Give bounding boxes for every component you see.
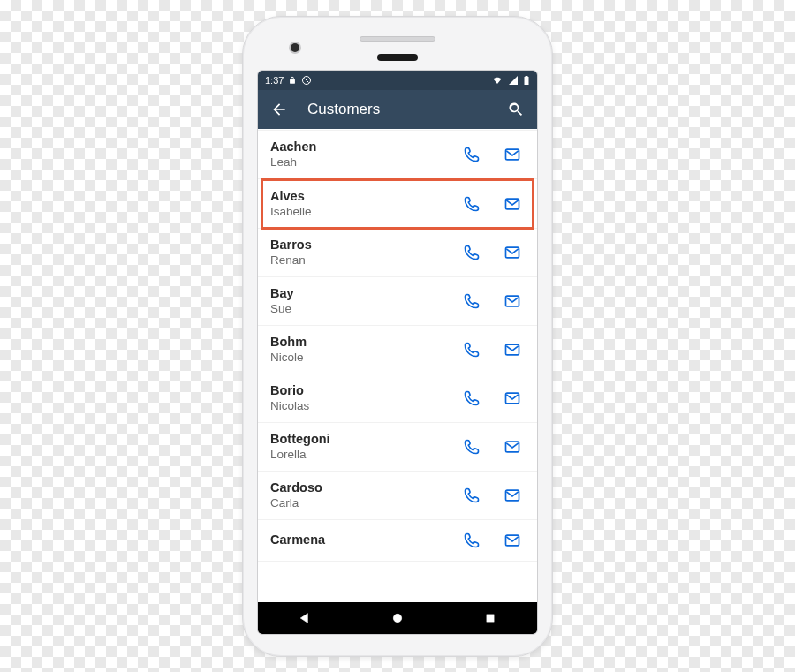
customer-lastname: Alves	[270, 188, 459, 204]
customer-actions	[459, 528, 525, 553]
circle-home-icon	[390, 611, 405, 625]
call-button[interactable]	[459, 142, 484, 167]
email-button[interactable]	[500, 142, 525, 167]
customer-row[interactable]: Alves Isabelle	[261, 179, 534, 229]
email-button[interactable]	[500, 289, 525, 313]
battery-icon	[523, 75, 530, 86]
customer-row[interactable]: Bohm Nicole	[258, 325, 537, 374]
customer-row[interactable]: Borio Nicolas	[258, 374, 537, 423]
customer-row[interactable]: Bay Sue	[258, 276, 537, 326]
customer-actions	[459, 240, 525, 265]
call-button[interactable]	[459, 528, 484, 553]
phone-icon	[463, 487, 481, 504]
status-bar: 1:37	[258, 71, 537, 90]
phone-icon	[463, 244, 481, 261]
status-bar-right	[491, 75, 530, 86]
page-title: Customers	[307, 101, 488, 118]
nav-back-button[interactable]	[284, 602, 326, 634]
customer-lastname: Bottegoni	[270, 431, 459, 447]
customer-list: Aachen Leah Alves Isabelle	[258, 131, 537, 602]
customer-lastname: Barros	[270, 237, 459, 253]
svg-point-10	[393, 614, 401, 622]
nav-recent-button[interactable]	[469, 602, 511, 634]
customer-row[interactable]: Bottegoni Lorella	[258, 422, 537, 472]
back-button[interactable]	[267, 97, 292, 122]
android-nav-bar	[258, 602, 537, 634]
triangle-back-icon	[298, 611, 312, 625]
call-button[interactable]	[459, 483, 484, 508]
customer-firstname: Nicolas	[270, 399, 459, 414]
call-button[interactable]	[459, 386, 484, 411]
customer-actions	[459, 192, 525, 216]
customer-lastname: Bay	[270, 285, 459, 301]
phone-earpiece	[377, 54, 418, 61]
customer-list-viewport[interactable]: Aachen Leah Alves Isabelle	[258, 129, 537, 602]
nav-home-button[interactable]	[376, 602, 419, 634]
app-bar: Customers	[258, 90, 537, 129]
customer-name-block: Bohm Nicole	[270, 334, 459, 366]
customer-name-block: Cardoso Carla	[270, 479, 459, 511]
search-button[interactable]	[504, 97, 528, 122]
email-button[interactable]	[500, 337, 525, 362]
customer-name-block: Aachen Leah	[270, 139, 459, 170]
customer-firstname: Leah	[270, 155, 459, 170]
email-icon	[504, 244, 521, 261]
customer-firstname: Sue	[270, 302, 459, 317]
customer-row[interactable]: Carmena	[258, 519, 537, 562]
call-button[interactable]	[459, 337, 484, 362]
email-icon	[504, 532, 521, 549]
arrow-left-icon	[270, 101, 288, 118]
phone-icon	[463, 389, 481, 407]
customer-actions	[459, 142, 525, 167]
call-button[interactable]	[459, 289, 484, 313]
email-icon	[504, 292, 521, 310]
nosync-icon	[301, 75, 312, 86]
call-button[interactable]	[459, 240, 484, 265]
customer-name-block: Bay Sue	[270, 285, 459, 317]
phone-icon	[463, 195, 481, 213]
search-icon	[507, 101, 525, 118]
square-recent-icon	[484, 612, 496, 624]
phone-icon	[463, 438, 481, 456]
svg-rect-11	[487, 614, 494, 621]
phone-icon	[463, 146, 481, 163]
customer-lastname: Aachen	[270, 139, 459, 155]
customer-firstname: Lorella	[270, 448, 459, 463]
email-icon	[504, 438, 521, 456]
customer-lastname: Borio	[270, 382, 459, 398]
email-icon	[504, 195, 521, 213]
customer-firstname: Renan	[270, 253, 459, 268]
signal-icon	[508, 75, 519, 86]
phone-camera	[291, 43, 299, 52]
customer-name-block: Barros Renan	[270, 237, 459, 268]
customer-row[interactable]: Cardoso Carla	[258, 471, 537, 520]
customer-name-block: Alves Isabelle	[270, 188, 459, 220]
email-button[interactable]	[500, 483, 525, 508]
phone-earpiece-area	[255, 27, 540, 70]
customer-actions	[459, 289, 525, 313]
email-button[interactable]	[500, 386, 525, 411]
lock-icon	[288, 75, 297, 86]
customer-lastname: Carmena	[270, 532, 459, 547]
customer-actions	[459, 434, 525, 459]
email-icon	[504, 341, 521, 359]
screen: 1:37	[257, 70, 538, 635]
customer-name-block: Borio Nicolas	[270, 382, 459, 414]
customer-row[interactable]: Barros Renan	[258, 228, 537, 277]
customer-firstname: Nicole	[270, 351, 459, 366]
email-button[interactable]	[500, 192, 525, 216]
email-button[interactable]	[500, 434, 525, 459]
customer-row[interactable]: Aachen Leah	[258, 130, 537, 179]
customer-name-block: Bottegoni Lorella	[270, 431, 459, 463]
email-icon	[504, 389, 521, 407]
customer-actions	[459, 337, 525, 362]
call-button[interactable]	[459, 434, 484, 459]
phone-icon	[463, 341, 481, 359]
phone-icon	[463, 532, 481, 549]
phone-icon	[463, 292, 481, 310]
email-button[interactable]	[500, 240, 525, 265]
call-button[interactable]	[459, 192, 484, 216]
email-button[interactable]	[500, 528, 525, 553]
customer-name-block: Carmena	[270, 532, 459, 548]
customer-firstname: Carla	[270, 496, 459, 511]
